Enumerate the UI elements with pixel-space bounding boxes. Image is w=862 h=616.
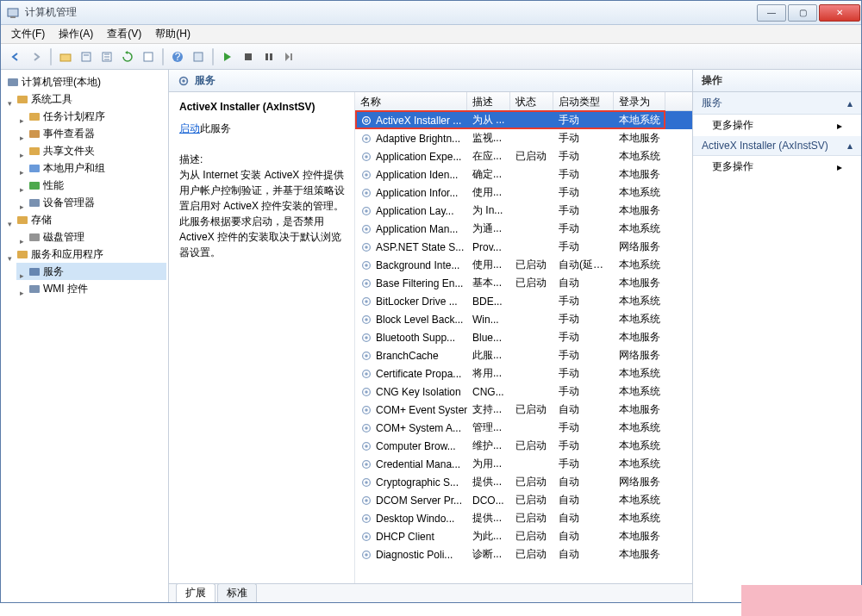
table-row[interactable]: DCOM Server Pr...DCO...已启动自动本地系统 — [355, 491, 692, 509]
gear-icon — [360, 187, 372, 199]
help2-button[interactable] — [189, 47, 208, 66]
table-row[interactable]: Application Infor...使用...手动本地系统 — [355, 184, 692, 202]
folder-icon — [16, 213, 29, 227]
tree-item[interactable]: ▸WMI 控件 — [16, 280, 166, 297]
services-list: 名称 描述 状态 启动类型 登录为 ActiveX Installer ...为… — [354, 92, 692, 583]
maximize-button[interactable]: ▢ — [788, 4, 817, 22]
table-row[interactable]: ActiveX Installer ...为从 ...手动本地系统 — [355, 111, 692, 129]
rows-container[interactable]: ActiveX Installer ...为从 ...手动本地系统Adaptiv… — [355, 111, 692, 583]
gear-icon — [360, 277, 372, 289]
svg-point-76 — [365, 535, 368, 538]
table-row[interactable]: Application Expe...在应...已启动手动本地系统 — [355, 147, 692, 165]
table-row[interactable]: Bluetooth Supp...Blue...手动本地服务 — [355, 328, 692, 346]
column-headers[interactable]: 名称 描述 状态 启动类型 登录为 — [355, 92, 692, 111]
col-startup[interactable]: 启动类型 — [553, 92, 614, 110]
tree-item[interactable]: ▸任务计划程序 — [16, 108, 166, 125]
table-row[interactable]: Application Lay...为 In...手动本地服务 — [355, 202, 692, 220]
col-logon[interactable]: 登录为 — [614, 92, 665, 110]
tree-item[interactable]: ▸本地用户和组 — [16, 159, 166, 177]
svg-point-32 — [365, 137, 368, 140]
start-button[interactable] — [218, 47, 237, 66]
export-button[interactable] — [97, 47, 116, 66]
table-row[interactable]: BranchCache此服...手动网络服务 — [355, 346, 692, 364]
table-row[interactable]: Adaptive Brightn...监视...手动本地服务 — [355, 129, 692, 147]
back-button[interactable] — [6, 47, 25, 66]
svg-rect-21 — [29, 199, 40, 207]
table-row[interactable]: Credential Mana...为用...手动本地系统 — [355, 455, 692, 473]
gear-icon — [360, 422, 372, 434]
svg-point-36 — [365, 173, 368, 177]
col-status[interactable]: 状态 — [510, 92, 553, 110]
menu-view[interactable]: 查看(V) — [102, 25, 147, 43]
tree-root[interactable]: 计算机管理(本地) — [4, 73, 166, 90]
pause-button[interactable] — [259, 47, 278, 66]
wmi-icon — [28, 282, 41, 296]
table-row[interactable]: DHCP Client为此...已启动自动本地服务 — [355, 527, 692, 545]
tree-group-services[interactable]: ▾服务和应用程序 — [4, 246, 166, 263]
tab-extended[interactable]: 扩展 — [176, 583, 216, 602]
svg-point-50 — [365, 300, 368, 303]
table-row[interactable]: Computer Brow...维护...已启动手动本地系统 — [355, 437, 692, 455]
svg-point-42 — [365, 227, 368, 231]
menu-help[interactable]: 帮助(H) — [150, 25, 196, 43]
table-row[interactable]: Block Level Back...Win...手动本地系统 — [355, 310, 692, 328]
list-button[interactable] — [139, 47, 158, 66]
desc-label: 描述: — [179, 152, 346, 167]
menu-file[interactable]: 文件(F) — [6, 25, 50, 43]
tree-group-systools[interactable]: ▾系统工具 — [4, 90, 166, 108]
svg-rect-23 — [29, 233, 40, 241]
gear-icon — [360, 531, 372, 543]
forward-button[interactable] — [27, 47, 46, 66]
gear-icon — [360, 314, 372, 326]
title-bar[interactable]: 计算机管理 — ▢ ✕ — [1, 1, 861, 25]
table-row[interactable]: Certificate Propa...将用...手动本地系统 — [355, 364, 692, 383]
menu-action[interactable]: 操作(A) — [53, 25, 98, 43]
event-icon — [28, 127, 41, 140]
actions-section-selected[interactable]: ActiveX Installer (AxInstSV)▴ — [693, 136, 861, 156]
table-row[interactable]: COM+ Event System支持...已启动自动本地服务 — [355, 401, 692, 419]
restart-button[interactable] — [280, 47, 299, 66]
svg-rect-0 — [8, 9, 18, 16]
folder-icon — [16, 247, 29, 261]
actions-section-services[interactable]: 服务▴ — [693, 92, 861, 115]
tree-item[interactable]: ▸性能 — [16, 177, 166, 194]
table-row[interactable]: ASP.NET State S...Prov...手动网络服务 — [355, 238, 692, 256]
close-button[interactable]: ✕ — [819, 4, 860, 22]
help-button[interactable]: ? — [168, 47, 187, 66]
tree-item[interactable]: ▸设备管理器 — [16, 194, 166, 211]
table-row[interactable]: Background Inte...使用...已启动自动(延迟...本地系统 — [355, 256, 692, 274]
table-row[interactable]: CNG Key IsolationCNG...手动本地系统 — [355, 383, 692, 401]
tree-item[interactable]: ▸事件查看器 — [16, 125, 166, 142]
tree-item[interactable]: ▸服务 — [16, 263, 166, 280]
start-link[interactable]: 启动 — [179, 122, 200, 134]
collapse-icon: ▴ — [847, 140, 853, 152]
col-desc[interactable]: 描述 — [467, 92, 510, 110]
actions-more-2[interactable]: 更多操作▸ — [693, 156, 861, 177]
gear-icon — [360, 513, 372, 525]
table-row[interactable]: Application Iden...确定...手动本地服务 — [355, 165, 692, 184]
gear-icon — [360, 476, 372, 488]
folder-button[interactable] — [56, 47, 75, 66]
gear-icon — [360, 205, 372, 217]
table-row[interactable]: Desktop Windo...提供...已启动自动本地系统 — [355, 509, 692, 527]
tree-item[interactable]: ▸磁盘管理 — [16, 228, 166, 246]
table-row[interactable]: Diagnostic Poli...诊断...已启动自动本地服务 — [355, 545, 692, 563]
gear-icon — [360, 151, 372, 163]
stop-button[interactable] — [239, 47, 258, 66]
gear-icon — [360, 495, 372, 507]
tree-item[interactable]: ▸共享文件夹 — [16, 142, 166, 159]
refresh-button[interactable] — [118, 47, 137, 66]
table-row[interactable]: BitLocker Drive ...BDE...手动本地系统 — [355, 292, 692, 310]
table-row[interactable]: COM+ System A...管理...手动本地系统 — [355, 419, 692, 437]
col-name[interactable]: 名称 — [355, 92, 467, 110]
table-row[interactable]: Application Man...为通...手动本地系统 — [355, 220, 692, 238]
table-row[interactable]: Base Filtering En...基本...已启动自动本地服务 — [355, 274, 692, 292]
nav-tree[interactable]: 计算机管理(本地)▾系统工具▸任务计划程序▸事件查看器▸共享文件夹▸本地用户和组… — [1, 70, 169, 602]
minimize-button[interactable]: — — [757, 4, 786, 22]
properties-button[interactable] — [77, 47, 96, 66]
actions-more-1[interactable]: 更多操作▸ — [693, 115, 861, 136]
gear-icon — [360, 350, 372, 362]
tab-standard[interactable]: 标准 — [217, 583, 257, 602]
table-row[interactable]: Cryptographic S...提供...已启动自动网络服务 — [355, 473, 692, 491]
tree-group-storage[interactable]: ▾存储 — [4, 211, 166, 228]
